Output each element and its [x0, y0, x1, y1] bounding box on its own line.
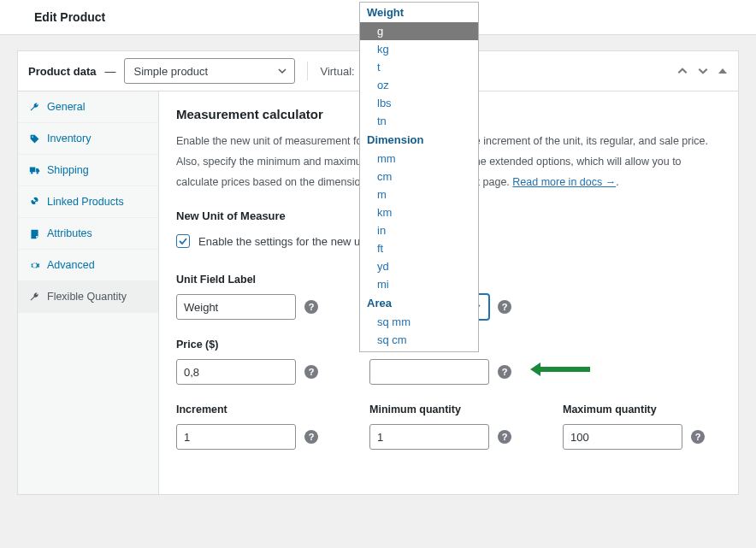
dropdown-item[interactable]: tn [360, 112, 478, 130]
tab-attributes[interactable]: Attributes [18, 218, 158, 250]
help-icon[interactable]: ? [498, 365, 511, 379]
tag-icon [28, 133, 40, 144]
dropdown-item[interactable]: kg [360, 40, 478, 58]
tab-label: Advanced [47, 259, 95, 271]
max-qty-label: Maximum quantity [563, 404, 705, 415]
help-icon[interactable]: ? [304, 300, 318, 314]
dropdown-group: Area [360, 293, 478, 313]
price-label: Price ($) [176, 339, 318, 351]
gear-icon [28, 259, 40, 271]
dropdown-item[interactable]: oz [360, 76, 478, 94]
dropdown-item[interactable]: mi [360, 275, 478, 293]
price-input[interactable] [176, 359, 296, 385]
dropdown-item[interactable]: yd [360, 257, 478, 275]
dropdown-item[interactable]: km [360, 203, 478, 221]
increment-field: Increment ? [176, 404, 318, 450]
collapse-icon[interactable] [718, 66, 728, 76]
dropdown-item[interactable]: cm [360, 168, 478, 186]
dropdown-item[interactable]: lbs [360, 94, 478, 112]
tab-label: Inventory [47, 133, 91, 144]
sale-price-input[interactable] [369, 359, 489, 385]
virtual-label: Virtual: [320, 65, 354, 78]
divider [307, 62, 308, 80]
tab-label: General [47, 101, 85, 113]
dropdown-group: Dimension [360, 130, 478, 150]
tab-flexible-quantity[interactable]: Flexible Quantity [18, 281, 158, 313]
dropdown-item[interactable]: t [360, 58, 478, 76]
tabs-sidebar: GeneralInventoryShippingLinked ProductsA… [18, 91, 159, 494]
dropdown-item[interactable]: sq mm [360, 313, 478, 331]
truck-icon [28, 164, 40, 176]
panel-actions [676, 65, 728, 77]
dropdown-item[interactable]: mm [360, 150, 478, 168]
help-icon[interactable]: ? [691, 430, 705, 444]
dropdown-item[interactable]: sq cm [360, 331, 478, 349]
docs-link[interactable]: Read more in docs → [512, 176, 616, 188]
unit-field-label-input[interactable] [176, 294, 296, 320]
dropdown-group: Weight [360, 3, 478, 22]
tab-general[interactable]: General [18, 91, 158, 123]
help-icon[interactable]: ? [498, 300, 511, 314]
chevron-down-icon [277, 66, 287, 76]
wrench-icon [28, 101, 40, 113]
help-icon[interactable]: ? [304, 365, 318, 379]
min-qty-label: Minimum quantity [369, 404, 511, 415]
row-qty: Increment ? Minimum quantity ? Maximum q… [176, 404, 721, 450]
link-icon [28, 196, 40, 208]
panel-title: Product data [28, 65, 96, 78]
dropdown-item[interactable]: m [360, 186, 478, 203]
enable-checkbox[interactable] [176, 234, 190, 248]
dropdown-item[interactable]: sq m [360, 349, 478, 352]
dropdown-item[interactable]: g [360, 22, 478, 40]
min-qty-input[interactable] [369, 424, 489, 450]
tab-linked-products[interactable]: Linked Products [18, 186, 158, 218]
annotation-arrow [530, 361, 590, 380]
unit-field-label-title: Unit Field Label [176, 274, 318, 286]
wrench-icon [28, 291, 40, 303]
max-qty-field: Maximum quantity ? [563, 404, 705, 450]
help-icon[interactable]: ? [498, 430, 511, 444]
min-qty-field: Minimum quantity ? [369, 404, 511, 450]
dropdown-item[interactable]: in [360, 221, 478, 239]
max-qty-input[interactable] [563, 424, 682, 450]
chevron-up-icon[interactable] [676, 65, 688, 77]
increment-label: Increment [176, 404, 318, 415]
increment-input[interactable] [176, 424, 296, 450]
price-field: Price ($) ? [176, 339, 318, 385]
unit-dropdown[interactable]: WeightgkgtozlbstnDimensionmmcmmkminftydm… [359, 2, 479, 352]
tab-shipping[interactable]: Shipping [18, 155, 158, 186]
tab-label: Shipping [47, 164, 89, 176]
check-icon [178, 236, 188, 246]
unit-field-label-field: Unit Field Label ? [176, 274, 318, 320]
dash: — [104, 65, 115, 78]
tab-inventory[interactable]: Inventory [18, 123, 158, 155]
note-icon [28, 227, 40, 239]
tab-label: Attributes [47, 227, 92, 239]
tab-label: Flexible Quantity [47, 291, 127, 303]
product-type-value: Simple product [133, 65, 208, 78]
tab-advanced[interactable]: Advanced [18, 250, 158, 281]
tab-label: Linked Products [47, 196, 124, 208]
dropdown-item[interactable]: ft [360, 239, 478, 257]
help-icon[interactable]: ? [304, 430, 318, 444]
product-type-select[interactable]: Simple product [124, 58, 295, 84]
chevron-down-icon[interactable] [697, 65, 709, 77]
